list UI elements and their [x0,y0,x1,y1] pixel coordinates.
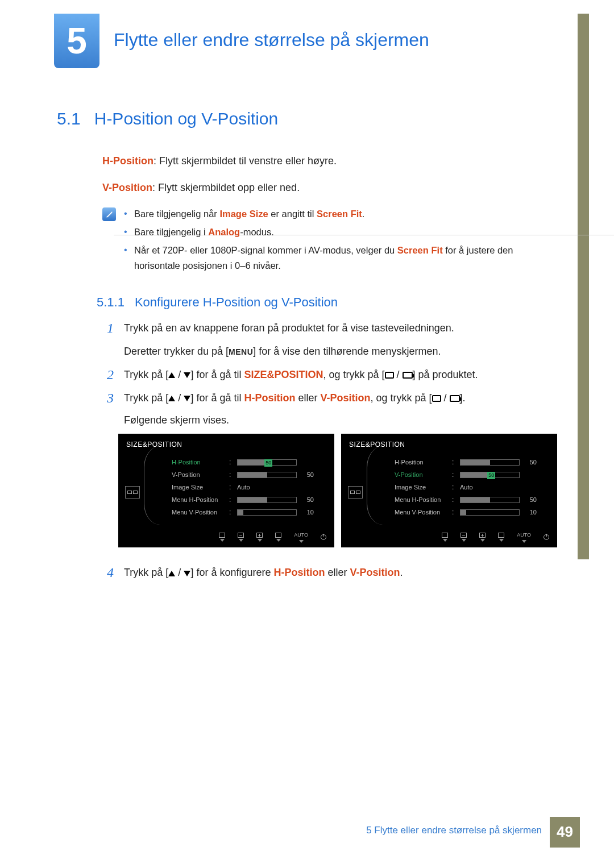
step-text: Trykk på [ / ] for å gå til SIZE&POSITIO… [124,367,557,383]
osd-item-hpos: H-Position: 50 [395,456,549,469]
step-2: 2 Trykk på [ / ] for å gå til SIZE&POSIT… [102,367,557,383]
osd-enter-icon [498,533,504,542]
osd-item-menuv: Menu V-Position: 10 [395,506,549,519]
body: H-Position: Flytt skjermbildet til venst… [102,153,557,581]
menu-key: MENU [229,347,253,356]
osd-back-icon [219,533,225,542]
vpos-desc: : Flytt skjermbildet opp eller ned. [152,182,300,193]
osd-back-icon [442,533,448,542]
osd-minus-icon [460,533,467,542]
step-4: 4 Trykk på [ / ] for å konfigurere H-Pos… [102,564,557,581]
osd-curve [367,446,383,525]
note-3: Når et 720P- eller 1080P-signal kommer i… [124,243,557,273]
hpos-label: H-Position [102,155,154,167]
osd-enter-icon [275,533,281,542]
note-2: Bare tilgjengelig i Analog-modus. [124,225,557,239]
osd-power-icon [321,534,326,540]
section-heading: 5.1H-Position og V-Position [57,105,557,132]
subsection-number: 5.1.1 [97,295,125,309]
osd-bottom-icons: AUTO [442,531,549,543]
down-icon [184,571,190,576]
note-1: Bare tilgjengelig når Image Size er angi… [124,206,557,221]
osd-bottom-icons: AUTO [219,531,326,543]
osd-row: SIZE&POSITION H-Position: 50 V-Position: [118,434,557,547]
osd-item-imgsize: Image Size: Auto [395,481,549,494]
step-text: Trykk på [ / ] for å gå til H-Position e… [124,390,557,558]
up-icon [168,396,175,401]
source-icon [450,395,460,402]
step-text: Trykk på en av knappene foran på produkt… [124,320,557,360]
slider-bar [237,497,297,503]
step-num: 4 [102,564,114,581]
slider-bar [460,509,520,516]
hpos-desc: : Flytt skjermbildet til venstre eller h… [154,155,337,167]
footer-text: 5 Flytte eller endre størrelse på skjerm… [358,817,550,848]
osd-item-menuv: Menu V-Position: 10 [172,506,326,519]
step-num: 1 [102,320,114,360]
step-num: 3 [102,390,114,558]
up-icon [168,372,175,378]
osd-auto-icon: AUTO [517,531,531,543]
intro-vpos: V-Position: Flytt skjermbildet opp eller… [102,180,557,196]
source-icon [403,372,413,379]
page-footer: 5 Flytte eller endre størrelse på skjerm… [358,817,580,848]
subsection-heading: 5.1.1Konfigurere H-Position og V-Positio… [97,292,557,312]
osd-item-menuh: Menu H-Position: 50 [172,494,326,506]
note-icon [102,207,116,221]
note-list: Bare tilgjengelig når Image Size er angi… [124,206,557,277]
osd-power-icon [544,534,549,540]
osd-plus-icon [256,533,263,542]
osd-auto-icon: AUTO [294,531,308,543]
step-text: Trykk på [ / ] for å konfigurere H-Posit… [124,564,557,581]
vpos-label: V-Position [102,182,152,193]
osd-curve [144,446,160,525]
slider-bar: 50 [237,459,297,466]
osd-item-vpos: V-Position: 50 [172,469,326,481]
osd-minus-icon [238,533,244,542]
rect-icon [385,372,394,379]
osd-items: H-Position: 50 V-Position: 50 Image Size… [172,456,326,519]
section-number: 5.1 [57,109,81,128]
step-1: 1 Trykk på en av knappene foran på produ… [102,320,557,360]
osd-item-imgsize: Image Size: Auto [172,481,326,494]
osd-category-icon [348,486,363,499]
osd-item-hpos: H-Position: 50 [172,456,326,469]
slider-bar [460,497,520,503]
osd-items: H-Position: 50 V-Position: 50 Image Size… [395,456,549,519]
down-icon [184,372,190,378]
osd-plus-icon [479,533,486,542]
slider-bar: 50 [460,472,520,478]
intro-hpos: H-Position: Flytt skjermbildet til venst… [102,153,557,169]
slider-bar [237,472,297,478]
osd-left: SIZE&POSITION H-Position: 50 V-Position: [118,434,334,547]
section-title: H-Position og V-Position [94,109,279,128]
content: 5.1H-Position og V-Position H-Position: … [57,105,557,588]
up-icon [168,571,175,576]
page-number: 49 [550,817,580,848]
rect-icon [432,395,441,402]
chapter-number: 5 [67,12,87,70]
osd-right: SIZE&POSITION H-Position: 50 V-Position: [341,434,557,547]
slider-bar [237,509,297,516]
osd-item-menuh: Menu H-Position: 50 [395,494,549,506]
osd-item-vpos: V-Position: 50 [395,469,549,481]
info-callout: Bare tilgjengelig når Image Size er angi… [102,206,557,277]
chapter-title: Flytte eller endre størrelse på skjermen [114,26,429,55]
subsection-title: Konfigurere H-Position og V-Position [135,295,338,309]
step-num: 2 [102,367,114,383]
slider-bar [460,459,520,466]
decor-stripe [578,14,589,559]
step-3: 3 Trykk på [ / ] for å gå til H-Position… [102,390,557,558]
osd-category-icon [125,486,140,499]
down-icon [184,396,190,401]
chapter-badge: 5 [54,14,99,68]
